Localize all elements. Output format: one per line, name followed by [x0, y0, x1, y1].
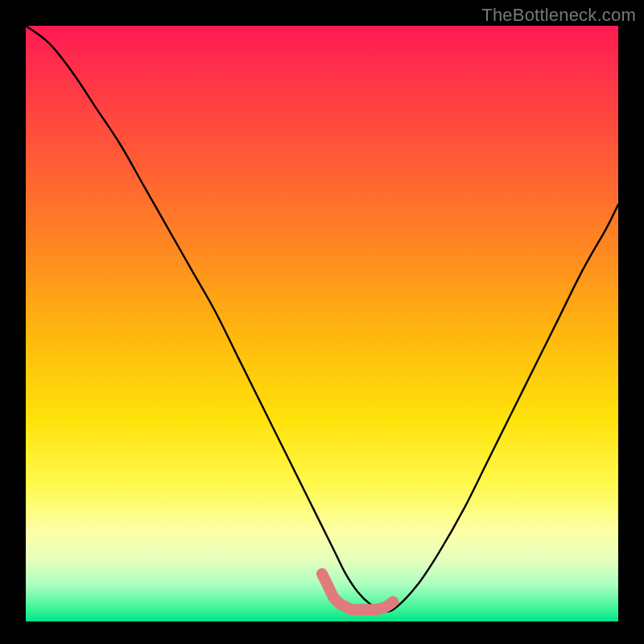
- accent-segment: [322, 574, 393, 610]
- curve-layer: [26, 26, 618, 621]
- watermark-text: TheBottleneck.com: [481, 5, 636, 26]
- bottleneck-curve: [26, 26, 618, 612]
- plot-area: [26, 26, 618, 621]
- chart-frame: TheBottleneck.com: [0, 0, 644, 644]
